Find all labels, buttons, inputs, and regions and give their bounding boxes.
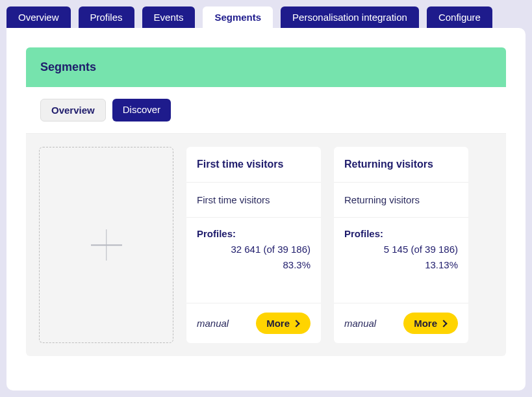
- more-button[interactable]: More: [256, 313, 310, 334]
- profiles-label: Profiles:: [197, 228, 310, 239]
- tab-overview[interactable]: Overview: [6, 6, 71, 28]
- segment-title: Returning visitors: [334, 147, 468, 183]
- panel-title: Segments: [26, 47, 506, 87]
- segment-stats: Profiles: 32 641 (of 39 186) 83.3%: [186, 218, 321, 303]
- segment-type: manual: [197, 318, 229, 329]
- tab-events[interactable]: Events: [142, 6, 196, 28]
- plus-icon: [91, 229, 122, 261]
- tab-segments[interactable]: Segments: [203, 6, 273, 28]
- segment-stats: Profiles: 5 145 (of 39 186) 13.13%: [334, 218, 468, 303]
- segments-subtabs: Overview Discover: [26, 87, 506, 134]
- subtab-discover[interactable]: Discover: [112, 99, 171, 122]
- profiles-percent: 13.13%: [344, 257, 458, 273]
- segment-title: First time visitors: [186, 147, 321, 183]
- segment-type: manual: [344, 318, 376, 329]
- more-label: More: [414, 318, 437, 329]
- page-body: Segments Overview Discover First time vi…: [6, 28, 526, 391]
- tab-profiles[interactable]: Profiles: [79, 6, 134, 28]
- segment-card: First time visitors First time visitors …: [186, 147, 321, 343]
- tab-personalisation[interactable]: Personalisation integration: [281, 6, 419, 28]
- segment-card: Returning visitors Returning visitors Pr…: [334, 147, 468, 343]
- more-label: More: [266, 318, 290, 329]
- add-segment-card[interactable]: [39, 147, 173, 343]
- main-tabs: Overview Profiles Events Segments Person…: [0, 0, 532, 28]
- chevron-right-icon: [440, 320, 447, 327]
- segment-description: First time visitors: [186, 183, 321, 218]
- tab-configure[interactable]: Configure: [427, 6, 492, 28]
- segments-grid: First time visitors First time visitors …: [26, 134, 506, 356]
- profiles-label: Profiles:: [344, 228, 458, 239]
- chevron-right-icon: [292, 320, 299, 327]
- profiles-count: 32 641 (of 39 186): [197, 242, 310, 257]
- profiles-percent: 83.3%: [197, 257, 310, 273]
- subtab-overview[interactable]: Overview: [40, 99, 106, 122]
- segment-footer: manual More: [186, 303, 321, 343]
- segment-footer: manual More: [334, 303, 468, 343]
- more-button[interactable]: More: [403, 313, 458, 334]
- profiles-count: 5 145 (of 39 186): [344, 242, 458, 257]
- segment-description: Returning visitors: [334, 183, 468, 218]
